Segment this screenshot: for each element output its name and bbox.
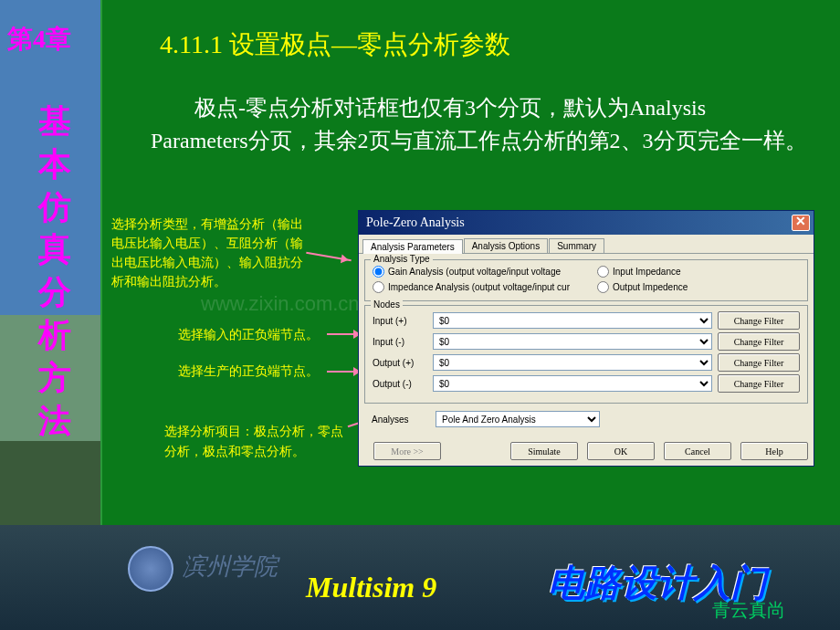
radio-input[interactable] (373, 281, 384, 293)
radio-input[interactable] (373, 266, 384, 278)
input-n-select[interactable]: $0 (433, 333, 712, 350)
node-row-output-n: Output (-) $0 Change Filter (373, 374, 800, 393)
radio-gain-analysis[interactable]: Gain Analysis (output voltage/input volt… (373, 266, 570, 278)
radio-label: Gain Analysis (output voltage/input volt… (388, 267, 561, 277)
footer-subtext: 青云真尚 (712, 598, 785, 623)
change-filter-button[interactable]: Change Filter (718, 332, 800, 351)
node-label: Output (+) (373, 358, 427, 368)
annotation-input-nodes: 选择输入的正负端节点。 (178, 327, 319, 343)
university-logo-icon (128, 546, 173, 592)
input-p-select[interactable]: $0 (433, 312, 712, 329)
radio-input[interactable] (597, 281, 609, 293)
analyses-select[interactable]: Pole And Zero Analysis (436, 411, 600, 427)
radio-input[interactable] (597, 266, 609, 278)
radio-impedance-analysis[interactable]: Impedance Analysis (output voltage/input… (373, 281, 570, 293)
node-row-input-n: Input (-) $0 Change Filter (373, 332, 800, 351)
annotation-analysis-type: 选择分析类型，有增益分析（输出电压比输入电压）、互阻分析（输出电压比输入电流）、… (111, 215, 308, 291)
tab-analysis-parameters[interactable]: Analysis Parameters (362, 239, 463, 254)
radio-label: Input Impedance (613, 267, 681, 277)
annotation-analyses: 选择分析项目：极点分析，零点分析，极点和零点分析。 (164, 422, 347, 463)
node-label: Input (-) (373, 337, 427, 347)
tab-bar: Analysis Parameters Analysis Options Sum… (359, 235, 814, 254)
simulate-button[interactable]: Simulate (510, 442, 578, 460)
chapter-label: 第4章 (7, 22, 71, 57)
change-filter-button[interactable]: Change Filter (718, 311, 800, 330)
radio-label: Impedance Analysis (output voltage/input… (388, 282, 570, 292)
radio-input-impedance[interactable]: Input Impedance (597, 266, 688, 278)
cancel-button[interactable]: Cancel (664, 442, 731, 460)
change-filter-button[interactable]: Change Filter (718, 353, 800, 372)
radio-output-impedance[interactable]: Output Impedence (597, 281, 688, 293)
analyses-label: Analyses (372, 415, 426, 425)
vertical-title: 基本仿真分析方法 (37, 100, 73, 442)
dialog-title: Pole-Zero Analysis (366, 215, 465, 230)
node-row-output-p: Output (+) $0 Change Filter (373, 353, 800, 372)
help-button[interactable]: Help (740, 442, 808, 460)
node-label: Output (-) (373, 379, 427, 389)
tab-summary[interactable]: Summary (549, 238, 604, 253)
dialog-body: Analysis Type Gain Analysis (output volt… (359, 254, 814, 436)
radio-label: Output Impedence (613, 282, 688, 292)
body-text: 极点-零点分析对话框也仅有3个分页，默认为Analysis Parameters… (151, 91, 808, 157)
node-label: Input (+) (373, 316, 427, 326)
tab-analysis-options[interactable]: Analysis Options (464, 238, 548, 253)
dialog-titlebar[interactable]: Pole-Zero Analysis ✕ (359, 211, 814, 235)
analysis-type-legend: Analysis Type (371, 254, 433, 264)
close-button[interactable]: ✕ (792, 215, 810, 231)
pole-zero-dialog: Pole-Zero Analysis ✕ Analysis Parameters… (358, 210, 814, 467)
close-icon: ✕ (795, 215, 806, 228)
analysis-type-fieldset: Analysis Type Gain Analysis (output volt… (364, 259, 808, 301)
output-p-select[interactable]: $0 (433, 354, 712, 371)
nodes-fieldset: Nodes Input (+) $0 Change Filter Input (… (364, 305, 808, 404)
node-row-input-p: Input (+) $0 Change Filter (373, 311, 800, 330)
section-title: 4.11.1 设置极点—零点分析参数 (160, 27, 510, 62)
more-button[interactable]: More >> (373, 442, 441, 460)
ok-button[interactable]: OK (587, 442, 655, 460)
nodes-legend: Nodes (371, 299, 403, 310)
output-n-select[interactable]: $0 (433, 375, 712, 392)
multisim-label: Multisim 9 (306, 571, 436, 604)
annotation-output-nodes: 选择生产的正负端节点。 (178, 363, 319, 380)
change-filter-button[interactable]: Change Filter (718, 374, 800, 393)
dialog-button-row: More >> Simulate OK Cancel Help (359, 436, 814, 466)
analyses-row: Analyses Pole And Zero Analysis (364, 407, 808, 431)
university-name: 滨州学院 (183, 551, 278, 583)
